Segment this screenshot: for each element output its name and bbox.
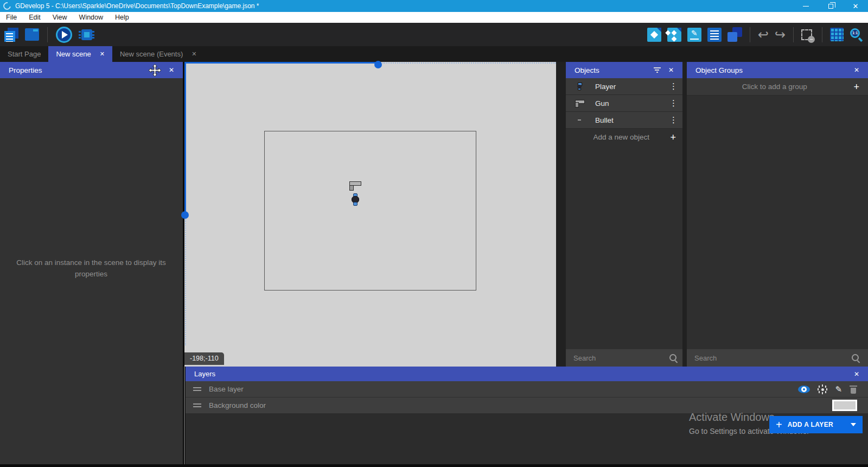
open-object-groups-icon[interactable] bbox=[667, 28, 681, 42]
pencil-underline bbox=[690, 39, 699, 40]
properties-empty-message: Click on an instance in the scene to dis… bbox=[10, 257, 173, 280]
properties-panel: Properties ✕ Click on an instance in the… bbox=[0, 62, 183, 464]
menu-view[interactable]: View bbox=[47, 12, 73, 23]
add-group-button[interactable]: Click to add a group + bbox=[687, 78, 868, 96]
vertical-scrollbar-thumb[interactable] bbox=[181, 211, 189, 219]
object-menu-icon[interactable]: ⋮ bbox=[669, 98, 676, 108]
horizontal-scrollbar-track-dotted[interactable] bbox=[382, 62, 556, 64]
menu-edit[interactable]: Edit bbox=[23, 12, 47, 23]
menu-file[interactable]: File bbox=[0, 12, 23, 23]
add-layer-button[interactable]: + ADD A LAYER bbox=[769, 416, 863, 433]
gun-instance[interactable] bbox=[349, 181, 361, 191]
drag-handle-icon[interactable] bbox=[193, 387, 201, 391]
open-layers-icon[interactable] bbox=[727, 27, 742, 42]
object-groups-close-icon[interactable]: ✕ bbox=[854, 66, 859, 74]
cube-icon bbox=[650, 30, 658, 38]
object-row-bullet[interactable]: Bullet ⋮ bbox=[566, 112, 682, 129]
tab-new-scene-events[interactable]: New scene (Events)✕ bbox=[112, 46, 205, 62]
object-menu-icon[interactable]: ⋮ bbox=[669, 115, 676, 125]
object-name: Gun bbox=[595, 99, 669, 108]
tab-new-scene[interactable]: New scene✕ bbox=[48, 46, 112, 62]
objects-search-bar bbox=[566, 349, 682, 367]
grid-icon[interactable] bbox=[830, 28, 844, 41]
add-group-label: Click to add a group bbox=[695, 83, 853, 91]
objects-search-input[interactable] bbox=[573, 354, 669, 362]
visibility-eye-icon[interactable] bbox=[798, 386, 810, 393]
preview-play-button[interactable] bbox=[56, 27, 72, 43]
object-groups-search-input[interactable] bbox=[694, 354, 851, 362]
scene-canvas[interactable]: -198;-110 bbox=[184, 62, 556, 367]
layer-actions: ✎ bbox=[798, 384, 860, 394]
horizontal-scrollbar-thumb[interactable] bbox=[374, 61, 382, 68]
objects-title: Objects bbox=[575, 66, 654, 74]
effects-icon[interactable] bbox=[818, 384, 827, 394]
toolbar-divider bbox=[822, 27, 822, 42]
object-groups-search-bar bbox=[687, 349, 868, 367]
object-name: Bullet bbox=[595, 116, 669, 124]
cubes-icon bbox=[672, 30, 677, 36]
object-groups-header: Object Groups ✕ bbox=[687, 62, 868, 78]
filter-icon[interactable] bbox=[654, 67, 661, 73]
redo-icon[interactable]: ↪ bbox=[775, 28, 786, 41]
objects-close-icon[interactable]: ✕ bbox=[668, 66, 674, 74]
plus-icon: + bbox=[853, 82, 859, 92]
vertical-scrollbar-track[interactable] bbox=[184, 62, 186, 212]
properties-close-icon[interactable]: ✕ bbox=[169, 66, 174, 74]
chevron-down-icon[interactable] bbox=[851, 423, 856, 426]
minus-icon: – bbox=[808, 36, 815, 43]
tab-close-icon[interactable]: ✕ bbox=[192, 51, 196, 58]
delete-layer-icon[interactable] bbox=[850, 384, 857, 394]
window-controls: ✕ bbox=[793, 0, 868, 12]
debug-icon[interactable] bbox=[81, 29, 92, 40]
open-objects-panel-icon[interactable] bbox=[647, 28, 661, 42]
properties-title: Properties bbox=[9, 66, 161, 74]
minimize-button[interactable] bbox=[793, 0, 818, 12]
add-new-object-button[interactable]: Add a new object + bbox=[566, 129, 682, 146]
vertical-scrollbar-track-dotted[interactable] bbox=[185, 219, 186, 345]
menu-window[interactable]: Window bbox=[73, 12, 109, 23]
close-icon: ✕ bbox=[853, 3, 859, 10]
edit-layer-icon[interactable]: ✎ bbox=[835, 384, 842, 394]
layer-actions bbox=[832, 400, 860, 411]
layer-row-base[interactable]: Base layer ✎ bbox=[186, 381, 868, 397]
undo-icon[interactable]: ↩ bbox=[758, 28, 769, 41]
gun-grip bbox=[349, 185, 354, 191]
tab-start-page[interactable]: Start Page bbox=[0, 46, 48, 62]
close-button[interactable]: ✕ bbox=[843, 0, 868, 12]
menu-help[interactable]: Help bbox=[109, 12, 135, 23]
titlebar: GDevelop 5 - C:\Users\Sparkle\OneDrive\D… bbox=[0, 0, 868, 12]
tab-close-icon[interactable]: ✕ bbox=[100, 51, 105, 58]
object-row-gun[interactable]: Gun ⋮ bbox=[566, 95, 682, 112]
minimize-icon bbox=[803, 6, 809, 7]
objects-header: Objects ✕ bbox=[566, 62, 682, 78]
add-layer-label: ADD A LAYER bbox=[788, 421, 846, 428]
project-manager-icon[interactable] bbox=[4, 28, 18, 42]
instances-list-icon[interactable] bbox=[707, 28, 722, 42]
start-page-icon[interactable] bbox=[25, 28, 39, 41]
player-instance[interactable] bbox=[352, 193, 359, 206]
panel-splitter[interactable] bbox=[682, 62, 687, 367]
object-groups-title: Object Groups bbox=[695, 66, 846, 74]
open-properties-icon[interactable]: ✎ bbox=[687, 28, 701, 42]
drag-handle-icon[interactable] bbox=[193, 403, 201, 407]
toolbar-right-group: ✎ ↩ ↪ – 1:1 bbox=[647, 23, 864, 46]
bullet-thumbnail bbox=[573, 119, 585, 121]
zoom-1-1-icon[interactable]: 1:1 bbox=[850, 28, 864, 42]
add-object-label: Add a new object bbox=[572, 133, 670, 141]
objects-panel: Objects ✕ Player ⋮ Gun ⋮ Bullet ⋮ Add a … bbox=[566, 62, 682, 367]
plus-icon: + bbox=[670, 132, 676, 142]
background-color-swatch[interactable] bbox=[832, 400, 857, 411]
panel-divider bbox=[184, 367, 185, 464]
clear-selection-icon[interactable]: – bbox=[801, 29, 812, 40]
layer-name: Base layer bbox=[209, 385, 798, 393]
horizontal-scrollbar-track[interactable] bbox=[184, 62, 375, 64]
restore-button[interactable] bbox=[818, 0, 843, 12]
layers-header: Layers ✕ bbox=[186, 367, 868, 381]
layers-close-icon[interactable]: ✕ bbox=[854, 370, 859, 378]
panel-splitter[interactable] bbox=[556, 62, 566, 367]
object-row-player[interactable]: Player ⋮ bbox=[566, 78, 682, 95]
tab-label: Start Page bbox=[8, 50, 41, 58]
menubar: File Edit View Window Help bbox=[0, 12, 868, 23]
object-menu-icon[interactable]: ⋮ bbox=[669, 81, 676, 91]
player-feet bbox=[353, 202, 358, 206]
